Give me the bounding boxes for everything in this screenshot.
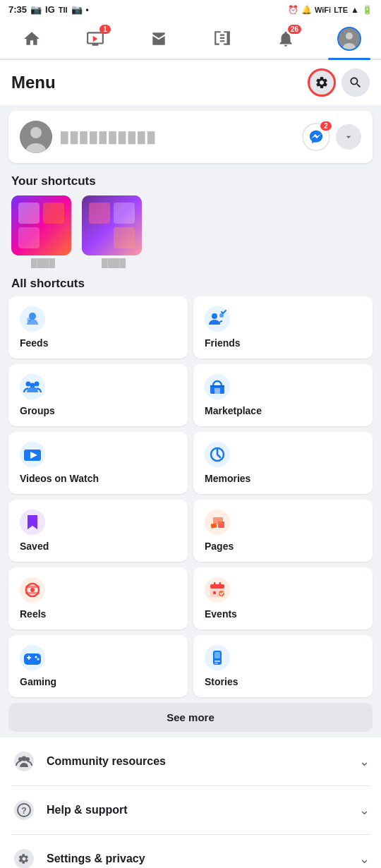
stories-label: Stories [205,676,361,687]
menu-card-feeds[interactable]: Feeds [8,296,188,358]
menu-card-memories[interactable]: Memories [193,432,373,494]
page-header: Menu [0,60,381,105]
community-resources-item[interactable]: Community resources ⌄ [11,737,370,785]
shortcut-item-1[interactable]: ████ [11,195,75,268]
shortcuts-section: Your shortcuts ██ [0,169,381,275]
settings-privacy-item[interactable]: Settings & privacy ⌄ [11,834,370,868]
svg-rect-12 [114,203,135,224]
svg-point-4 [30,127,42,138]
menu-card-reels[interactable]: Reels [8,567,188,629]
nav-notifications[interactable]: 26 [265,25,307,53]
groups-icon [20,374,45,399]
svg-point-1 [346,32,353,40]
memories-label: Memories [205,473,361,484]
svg-point-63 [22,757,27,761]
all-shortcuts-section: All shortcuts Feeds [0,275,381,697]
svg-point-54 [37,658,40,661]
lte-icon: LTE [334,6,348,14]
chevron-down-icon [343,131,354,143]
menu-card-videos-on-watch[interactable]: Videos on Watch [8,432,188,494]
nav-home[interactable] [11,25,53,53]
watch-badge: 1 [99,25,111,34]
accordion-section: Community resources ⌄ ? Help & support ⌄ [0,737,381,868]
gear-icon [315,76,329,90]
help-support-icon: ? [11,797,37,823]
profile-messenger-wrap[interactable]: 2 [302,123,330,151]
nav-watch[interactable]: 1 [74,25,116,53]
gaming-icon [20,645,45,670]
menu-card-friends[interactable]: Friends [193,296,373,358]
menu-card-gaming[interactable]: Gaming [8,635,188,697]
status-bar: 7:35 📷 IG TII 📷 • ⏰ 🔔 WiFi LTE ▲ 🔋 [0,0,381,19]
alarm-icon: ⏰ [288,5,298,15]
svg-point-53 [35,656,37,658]
svg-rect-44 [210,584,224,589]
svg-point-60 [14,752,34,771]
status-icon-camera2: 📷 [71,4,83,15]
profile-card[interactable]: ██████████ 2 [8,111,373,163]
volume-icon: 🔔 [301,5,312,15]
stories-icon [205,645,230,670]
groups-label: Groups [20,405,176,416]
menu-card-pages[interactable]: Pages [193,500,373,562]
svg-point-22 [35,382,40,387]
settings-privacy-chevron: ⌄ [359,851,370,867]
shortcut-name-1: ████ [11,258,75,268]
status-icon-signal: TII [59,6,68,14]
friends-label: Friends [205,337,361,349]
page-title: Menu [11,73,56,92]
menu-card-marketplace[interactable]: Marketplace [193,364,373,426]
menu-card-stories[interactable]: Stories [193,635,373,697]
profile-expand-button[interactable] [336,124,361,150]
status-icon-camera: 📷 [30,4,42,15]
profile-name: ██████████ [61,131,157,143]
see-more-button[interactable]: See more [8,703,373,732]
community-resources-left: Community resources [11,749,166,774]
menu-card-saved[interactable]: Saved [8,500,188,562]
marketplace-icon [205,374,230,399]
events-icon [205,577,230,603]
svg-point-39 [30,588,35,592]
community-resources-icon [11,749,37,774]
svg-rect-47 [213,591,216,594]
svg-rect-41 [25,592,40,594]
shortcuts-row: ████ ████ [0,193,381,275]
profile-card-right: 2 [302,123,361,151]
wifi-icon: WiFi [315,6,331,14]
pages-icon [205,510,230,535]
svg-point-18 [212,313,217,319]
help-support-item[interactable]: ? Help & support ⌄ [11,785,370,834]
search-icon [349,76,363,90]
community-resources-label: Community resources [47,755,166,768]
all-shortcuts-label: All shortcuts [0,275,381,296]
shortcut-item-2[interactable]: ████ [82,195,145,268]
community-resources-chevron: ⌄ [359,754,370,769]
nav-marketplace[interactable] [138,25,180,53]
svg-rect-36 [213,517,223,524]
svg-rect-26 [214,388,220,394]
help-support-chevron: ⌄ [359,802,370,818]
menu-card-events[interactable]: Events [193,567,373,629]
status-right: ⏰ 🔔 WiFi LTE ▲ 🔋 [288,5,373,15]
settings-button[interactable] [308,68,336,97]
menu-card-groups[interactable]: Groups [8,364,188,426]
nav-groups[interactable] [201,25,243,53]
search-button[interactable] [341,68,370,97]
nav-profile-avatar [337,27,361,51]
settings-privacy-left: Settings & privacy [11,846,145,868]
menu-grid: Feeds Friends [0,296,381,697]
svg-rect-58 [214,661,220,662]
svg-rect-9 [18,227,40,248]
svg-rect-59 [214,663,218,664]
svg-point-21 [26,382,31,387]
header-actions [308,68,370,97]
feeds-label: Feeds [20,337,176,349]
reels-icon [20,577,45,603]
videos-on-watch-label: Videos on Watch [20,473,176,484]
profile-card-left: ██████████ [20,121,157,153]
svg-rect-7 [18,203,40,224]
videos-on-watch-icon [20,442,45,467]
nav-profile[interactable] [328,25,370,53]
messenger-badge: 2 [320,121,332,131]
svg-rect-11 [89,203,110,224]
